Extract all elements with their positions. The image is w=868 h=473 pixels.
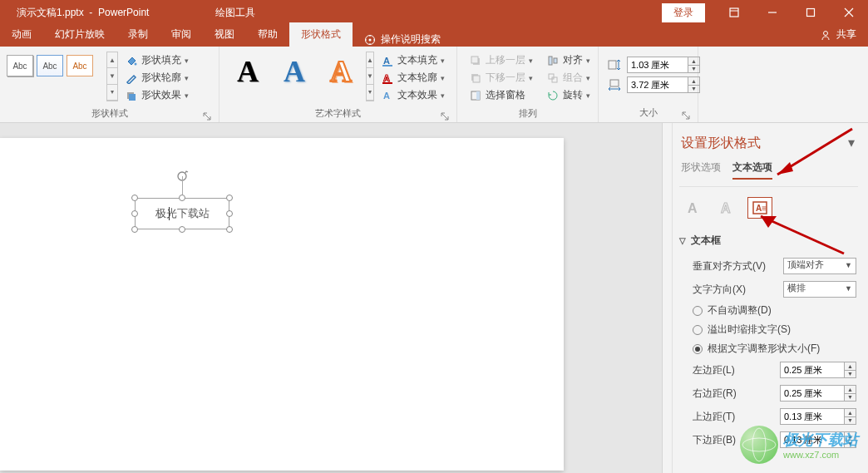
spin-down-icon[interactable]: ▼ [688,66,699,73]
tab-review[interactable]: 审阅 [160,22,203,47]
height-input[interactable] [627,57,688,73]
resize-handle[interactable] [131,226,138,233]
shape-style-preset[interactable]: Abc [67,55,93,76]
group-arrange: 上移一层▾ 下移一层▾ 选择窗格 对齐▾ 组合▾ [457,47,599,122]
spin-up-icon[interactable]: ▲ [845,409,856,417]
resize-handle[interactable] [226,195,233,201]
wordart-preset[interactable]: A [321,53,361,90]
wordart-preset[interactable]: A [228,53,268,90]
valign-select[interactable]: 顶端对齐 [783,258,856,274]
dialog-launcher-icon[interactable] [202,111,212,121]
resize-handle[interactable] [131,195,138,201]
group-button[interactable]: 组合▾ [543,69,594,86]
send-backward-button[interactable]: 下移一层▾ [466,69,536,86]
globe-icon [740,426,778,464]
tell-me[interactable]: 操作说明搜索 [364,32,441,47]
svg-rect-33 [610,80,619,86]
shape-textbox[interactable]: 极光下载站 [135,198,229,229]
width-input[interactable] [627,76,688,93]
ribbon: Abc Abc Abc ▲ ▼ ▾ 形状填充▾ 形状轮廓▾ [0,47,868,123]
tab-help[interactable]: 帮助 [246,22,289,47]
close-icon[interactable] [830,0,868,25]
radio-icon [693,344,703,354]
resize-handle[interactable] [179,195,185,201]
textbox-category-icon[interactable]: A≡ [747,197,772,219]
text-outline-button[interactable]: A 文本轮廓▾ [377,69,448,86]
svg-point-44 [742,438,776,451]
radio-resize-shape[interactable]: 根据文字调整形状大小(F) [679,339,858,358]
maximize-icon[interactable] [792,0,830,25]
gallery-expand-icon[interactable]: ▾ [107,85,117,101]
text-outline-label: 文本轮廓 [397,71,437,85]
bring-forward-button[interactable]: 上移一层▾ [466,52,536,69]
margin-left-input[interactable] [780,362,845,378]
dialog-launcher-icon[interactable] [440,111,450,121]
dialog-launcher-icon[interactable] [681,111,691,121]
section-textbox[interactable]: ▽ 文本框 [679,230,858,254]
tab-animations[interactable]: 动画 [0,22,43,47]
pane-tab-text-options[interactable]: 文本选项 [732,160,772,180]
shape-style-preset[interactable]: Abc [7,55,33,76]
tab-view[interactable]: 视图 [203,22,246,47]
tab-slideshow[interactable]: 幻灯片放映 [43,22,116,47]
shape-effects-label: 形状效果 [141,88,181,102]
scroll-down-icon[interactable]: ▼ [107,68,117,84]
svg-point-12 [824,31,828,35]
pane-menu-icon[interactable]: ▾ [845,135,858,152]
tab-shape-format[interactable]: 形状格式 [289,22,353,47]
send-backward-icon [469,71,482,85]
margin-left-label: 左边距(L) [693,363,780,377]
shape-effects-button[interactable]: 形状效果▾ [121,86,192,104]
spin-down-icon[interactable]: ▼ [845,371,856,378]
resize-handle[interactable] [179,226,185,233]
scroll-down-icon[interactable]: ▼ [367,68,373,84]
spin-down-icon[interactable]: ▼ [845,394,856,402]
spin-down-icon[interactable]: ▼ [688,86,699,93]
scroll-up-icon[interactable]: ▲ [367,52,373,68]
share-button[interactable]: 共享 [810,22,868,47]
text-fill-button[interactable]: A 文本填充▾ [377,52,448,69]
pane-tab-shape-options[interactable]: 形状选项 [681,160,721,180]
margin-right-input[interactable] [780,385,845,402]
selected-shape[interactable]: 极光下载站 [135,198,229,229]
bring-forward-label: 上移一层 [486,53,525,67]
pane-collapse-handle[interactable] [663,123,673,473]
window-title: 演示文稿1.pptx - PowerPoint [0,6,149,20]
login-button[interactable]: 登录 [662,3,705,22]
effects-icon [125,89,138,102]
rotate-button[interactable]: 旋转▾ [543,86,594,104]
spin-up-icon[interactable]: ▲ [688,77,699,86]
spin-up-icon[interactable]: ▲ [688,57,699,66]
group-shape-styles: Abc Abc Abc ▲ ▼ ▾ 形状填充▾ 形状轮廓▾ [0,47,219,122]
spin-up-icon[interactable]: ▲ [845,362,856,371]
resize-handle[interactable] [131,210,138,217]
wordart-preset[interactable]: A [274,53,314,90]
minimize-icon[interactable] [753,0,792,25]
tab-record[interactable]: 录制 [116,22,160,47]
slide[interactable]: 极光下载站 [0,138,564,471]
textdir-select[interactable]: 横排 [783,281,856,298]
gallery-expand-icon[interactable]: ▾ [367,85,373,101]
shape-style-preset[interactable]: Abc [37,55,63,76]
shape-fill-button[interactable]: 形状填充▾ [121,52,192,69]
selection-pane-button[interactable]: 选择窗格 [466,86,536,104]
scroll-up-icon[interactable]: ▲ [107,52,117,68]
align-button[interactable]: 对齐▾ [543,52,594,69]
text-effects-category-icon[interactable]: A [714,197,739,219]
text-effects-icon: A [381,89,394,102]
text-fill-outline-icon[interactable]: A [681,197,706,219]
radio-no-autofit[interactable]: 不自动调整(D) [679,301,858,320]
shape-outline-button[interactable]: 形状轮廓▾ [121,69,192,86]
resize-handle[interactable] [226,226,233,233]
wordart-gallery-scroll: ▲ ▼ ▾ [366,52,374,101]
resize-handle[interactable] [226,210,233,217]
text-effects-button[interactable]: A 文本效果▾ [377,86,448,104]
radio-label: 溢出时缩排文字(S) [708,323,791,337]
pane-category-icons: A A A≡ [679,195,858,230]
ribbon-display-options-icon[interactable] [715,0,753,25]
svg-text:A: A [721,201,731,215]
radio-shrink-text[interactable]: 溢出时缩排文字(S) [679,320,858,339]
slide-canvas[interactable]: 极光下载站 [0,123,662,473]
pane-title-row: 设置形状格式 ▾ [679,130,858,160]
spin-up-icon[interactable]: ▲ [845,386,856,394]
